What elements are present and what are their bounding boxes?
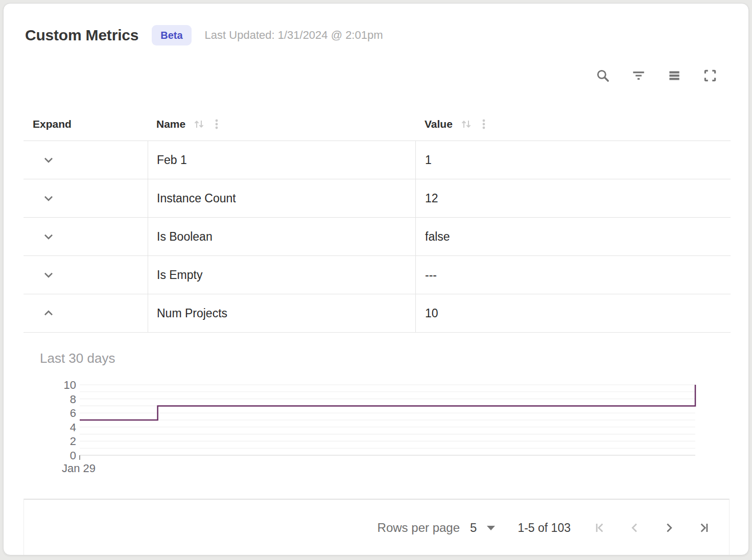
fullscreen-button[interactable] <box>702 68 718 83</box>
cell-name: Instance Count <box>148 179 415 217</box>
expand-row-button[interactable] <box>42 192 55 205</box>
first-page-button[interactable] <box>592 520 607 535</box>
sort-arrows-icon[interactable] <box>460 118 473 131</box>
density-button[interactable] <box>667 68 682 83</box>
page-title: Custom Metrics <box>25 27 138 44</box>
cell-name: Feb 1 <box>148 141 415 179</box>
last-updated-text: Last Updated: 1/31/2024 @ 2:01pm <box>205 29 383 42</box>
page-range-label: 1-5 of 103 <box>518 521 571 535</box>
expand-row-button[interactable] <box>42 153 55 167</box>
collapse-row-button[interactable] <box>42 307 55 320</box>
chevron-up-icon <box>42 307 55 320</box>
filter-icon <box>631 68 646 83</box>
fullscreen-icon <box>702 68 718 83</box>
svg-text:0: 0 <box>70 449 76 462</box>
rows-per-page-label: Rows per page <box>378 521 460 535</box>
svg-text:Jan 29: Jan 29 <box>62 462 96 475</box>
column-label: Name <box>156 118 185 130</box>
beta-badge: Beta <box>152 25 191 45</box>
column-label: Expand <box>33 118 72 130</box>
svg-text:8: 8 <box>70 393 76 406</box>
last-page-icon <box>696 520 712 535</box>
next-page-button[interactable] <box>662 520 677 535</box>
table-row: Feb 1 1 <box>24 141 731 179</box>
table-row: Is Boolean false <box>24 217 731 255</box>
column-label: Value <box>425 118 453 130</box>
cell-expand <box>24 256 148 294</box>
table-row: Num Projects 10 <box>24 294 731 333</box>
cell-expand <box>24 141 148 179</box>
chart-title: Last 30 days <box>40 351 115 366</box>
chevron-down-icon <box>42 230 55 243</box>
filter-button[interactable] <box>631 68 646 83</box>
page-header: Custom Metrics Beta Last Updated: 1/31/2… <box>25 25 383 45</box>
rows-per-page-select[interactable]: 5 <box>470 521 495 535</box>
svg-text:10: 10 <box>64 379 76 391</box>
chevron-right-icon <box>662 520 677 535</box>
last-page-button[interactable] <box>696 520 712 535</box>
search-button[interactable] <box>595 68 610 83</box>
first-page-icon <box>592 520 607 535</box>
table-toolbar <box>595 68 718 83</box>
chevron-down-icon <box>42 153 55 167</box>
density-icon <box>667 68 682 83</box>
cell-expand <box>24 179 148 217</box>
chevron-left-icon <box>627 520 642 535</box>
cell-expand <box>24 218 148 255</box>
rows-per-page-value: 5 <box>470 521 477 535</box>
cell-value: 10 <box>415 294 731 332</box>
svg-text:4: 4 <box>70 421 76 434</box>
svg-text:6: 6 <box>70 407 76 419</box>
svg-text:2: 2 <box>70 435 76 448</box>
cell-value: 12 <box>415 179 731 217</box>
column-header-expand: Expand <box>24 118 148 130</box>
column-header-value[interactable]: Value <box>415 118 731 131</box>
cell-value: 1 <box>415 141 731 179</box>
table-header-row: Expand Name Value <box>24 108 731 141</box>
expand-row-button[interactable] <box>42 230 55 243</box>
chevron-down-icon <box>42 192 55 205</box>
cell-expand <box>24 294 148 332</box>
cell-name: Is Boolean <box>148 218 415 255</box>
num-projects-step-chart: 0246810Jan 29 <box>24 377 731 486</box>
table-row: Instance Count 12 <box>24 179 731 217</box>
search-icon <box>595 68 610 83</box>
cell-value: --- <box>415 256 731 294</box>
cell-name: Num Projects <box>148 294 415 332</box>
custom-metrics-card: Custom Metrics Beta Last Updated: 1/31/2… <box>3 3 749 555</box>
table-body: Feb 1 1 Instance Count 12 <box>24 141 731 333</box>
cell-value: false <box>415 218 731 255</box>
previous-page-button[interactable] <box>627 520 642 535</box>
expand-row-button[interactable] <box>42 268 55 282</box>
cell-name: Is Empty <box>148 256 415 294</box>
sort-arrows-icon[interactable] <box>193 118 206 131</box>
table-row: Is Empty --- <box>24 255 731 294</box>
chevron-down-icon <box>42 268 55 282</box>
column-menu-icon[interactable] <box>478 118 489 131</box>
column-menu-icon[interactable] <box>211 118 222 131</box>
caret-down-icon <box>487 526 495 530</box>
pagination-footer: Rows per page 5 1-5 of 103 <box>24 499 730 555</box>
metrics-table: Expand Name Value <box>24 108 731 333</box>
column-header-name[interactable]: Name <box>148 118 415 131</box>
pager <box>592 520 712 535</box>
